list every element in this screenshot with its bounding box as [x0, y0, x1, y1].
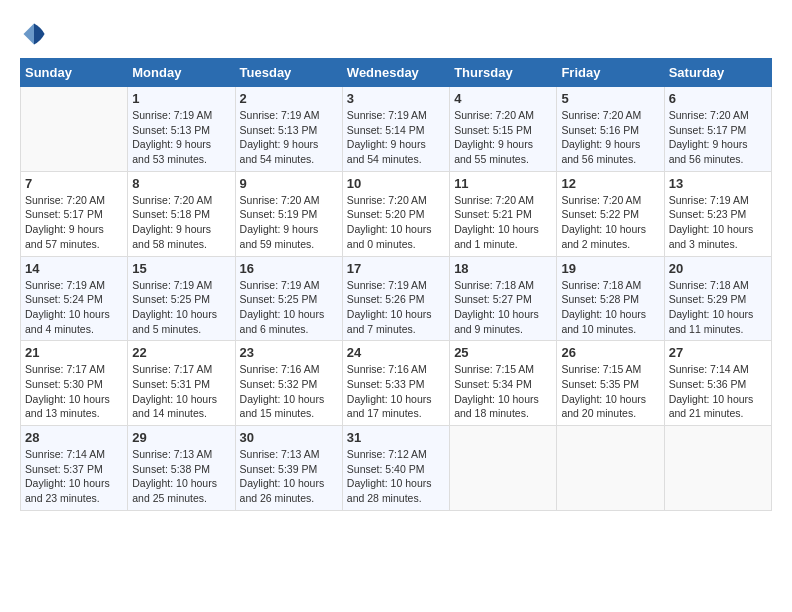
day-info: Sunrise: 7:13 AMSunset: 5:38 PMDaylight:…: [132, 447, 230, 506]
calendar-row: 21Sunrise: 7:17 AMSunset: 5:30 PMDayligh…: [21, 341, 772, 426]
day-info: Sunrise: 7:20 AMSunset: 5:22 PMDaylight:…: [561, 193, 659, 252]
calendar-cell: 24Sunrise: 7:16 AMSunset: 5:33 PMDayligh…: [342, 341, 449, 426]
calendar-cell: 17Sunrise: 7:19 AMSunset: 5:26 PMDayligh…: [342, 256, 449, 341]
calendar-cell: 5Sunrise: 7:20 AMSunset: 5:16 PMDaylight…: [557, 87, 664, 172]
day-info: Sunrise: 7:18 AMSunset: 5:29 PMDaylight:…: [669, 278, 767, 337]
day-number: 25: [454, 345, 552, 360]
day-number: 16: [240, 261, 338, 276]
day-number: 3: [347, 91, 445, 106]
day-info: Sunrise: 7:20 AMSunset: 5:20 PMDaylight:…: [347, 193, 445, 252]
day-info: Sunrise: 7:20 AMSunset: 5:19 PMDaylight:…: [240, 193, 338, 252]
day-number: 15: [132, 261, 230, 276]
day-info: Sunrise: 7:18 AMSunset: 5:27 PMDaylight:…: [454, 278, 552, 337]
day-number: 24: [347, 345, 445, 360]
day-number: 11: [454, 176, 552, 191]
calendar-cell: 18Sunrise: 7:18 AMSunset: 5:27 PMDayligh…: [450, 256, 557, 341]
day-info: Sunrise: 7:18 AMSunset: 5:28 PMDaylight:…: [561, 278, 659, 337]
day-number: 18: [454, 261, 552, 276]
day-number: 14: [25, 261, 123, 276]
day-info: Sunrise: 7:19 AMSunset: 5:23 PMDaylight:…: [669, 193, 767, 252]
calendar-cell: 4Sunrise: 7:20 AMSunset: 5:15 PMDaylight…: [450, 87, 557, 172]
calendar-cell: 12Sunrise: 7:20 AMSunset: 5:22 PMDayligh…: [557, 171, 664, 256]
day-number: 1: [132, 91, 230, 106]
day-info: Sunrise: 7:19 AMSunset: 5:25 PMDaylight:…: [132, 278, 230, 337]
calendar-row: 28Sunrise: 7:14 AMSunset: 5:37 PMDayligh…: [21, 426, 772, 511]
calendar-cell: 29Sunrise: 7:13 AMSunset: 5:38 PMDayligh…: [128, 426, 235, 511]
calendar-body: 1Sunrise: 7:19 AMSunset: 5:13 PMDaylight…: [21, 87, 772, 511]
calendar-cell: 15Sunrise: 7:19 AMSunset: 5:25 PMDayligh…: [128, 256, 235, 341]
calendar-cell: [557, 426, 664, 511]
header-row: Sunday Monday Tuesday Wednesday Thursday…: [21, 59, 772, 87]
page-header: [20, 20, 772, 48]
day-info: Sunrise: 7:15 AMSunset: 5:34 PMDaylight:…: [454, 362, 552, 421]
calendar-cell: 23Sunrise: 7:16 AMSunset: 5:32 PMDayligh…: [235, 341, 342, 426]
day-info: Sunrise: 7:14 AMSunset: 5:37 PMDaylight:…: [25, 447, 123, 506]
day-number: 20: [669, 261, 767, 276]
col-saturday: Saturday: [664, 59, 771, 87]
day-number: 13: [669, 176, 767, 191]
calendar-cell: 28Sunrise: 7:14 AMSunset: 5:37 PMDayligh…: [21, 426, 128, 511]
calendar-cell: 2Sunrise: 7:19 AMSunset: 5:13 PMDaylight…: [235, 87, 342, 172]
col-monday: Monday: [128, 59, 235, 87]
day-number: 23: [240, 345, 338, 360]
day-number: 28: [25, 430, 123, 445]
day-info: Sunrise: 7:19 AMSunset: 5:13 PMDaylight:…: [240, 108, 338, 167]
day-info: Sunrise: 7:17 AMSunset: 5:30 PMDaylight:…: [25, 362, 123, 421]
day-number: 22: [132, 345, 230, 360]
day-info: Sunrise: 7:13 AMSunset: 5:39 PMDaylight:…: [240, 447, 338, 506]
logo-icon: [20, 20, 48, 48]
col-friday: Friday: [557, 59, 664, 87]
day-info: Sunrise: 7:20 AMSunset: 5:16 PMDaylight:…: [561, 108, 659, 167]
col-thursday: Thursday: [450, 59, 557, 87]
calendar-row: 1Sunrise: 7:19 AMSunset: 5:13 PMDaylight…: [21, 87, 772, 172]
calendar-cell: 25Sunrise: 7:15 AMSunset: 5:34 PMDayligh…: [450, 341, 557, 426]
day-info: Sunrise: 7:16 AMSunset: 5:32 PMDaylight:…: [240, 362, 338, 421]
day-number: 21: [25, 345, 123, 360]
calendar-header: Sunday Monday Tuesday Wednesday Thursday…: [21, 59, 772, 87]
day-info: Sunrise: 7:20 AMSunset: 5:17 PMDaylight:…: [669, 108, 767, 167]
calendar-cell: 1Sunrise: 7:19 AMSunset: 5:13 PMDaylight…: [128, 87, 235, 172]
col-sunday: Sunday: [21, 59, 128, 87]
day-number: 7: [25, 176, 123, 191]
calendar-cell: 27Sunrise: 7:14 AMSunset: 5:36 PMDayligh…: [664, 341, 771, 426]
day-number: 4: [454, 91, 552, 106]
day-number: 19: [561, 261, 659, 276]
calendar-cell: 31Sunrise: 7:12 AMSunset: 5:40 PMDayligh…: [342, 426, 449, 511]
day-number: 17: [347, 261, 445, 276]
col-tuesday: Tuesday: [235, 59, 342, 87]
calendar-cell: 8Sunrise: 7:20 AMSunset: 5:18 PMDaylight…: [128, 171, 235, 256]
calendar-cell: [21, 87, 128, 172]
day-info: Sunrise: 7:20 AMSunset: 5:17 PMDaylight:…: [25, 193, 123, 252]
day-info: Sunrise: 7:19 AMSunset: 5:25 PMDaylight:…: [240, 278, 338, 337]
day-info: Sunrise: 7:19 AMSunset: 5:26 PMDaylight:…: [347, 278, 445, 337]
day-info: Sunrise: 7:19 AMSunset: 5:14 PMDaylight:…: [347, 108, 445, 167]
day-number: 6: [669, 91, 767, 106]
calendar-cell: 11Sunrise: 7:20 AMSunset: 5:21 PMDayligh…: [450, 171, 557, 256]
day-number: 26: [561, 345, 659, 360]
day-number: 10: [347, 176, 445, 191]
calendar-cell: 30Sunrise: 7:13 AMSunset: 5:39 PMDayligh…: [235, 426, 342, 511]
calendar-cell: [450, 426, 557, 511]
calendar-row: 7Sunrise: 7:20 AMSunset: 5:17 PMDaylight…: [21, 171, 772, 256]
calendar-cell: 3Sunrise: 7:19 AMSunset: 5:14 PMDaylight…: [342, 87, 449, 172]
calendar-cell: 16Sunrise: 7:19 AMSunset: 5:25 PMDayligh…: [235, 256, 342, 341]
day-number: 2: [240, 91, 338, 106]
calendar-cell: 10Sunrise: 7:20 AMSunset: 5:20 PMDayligh…: [342, 171, 449, 256]
calendar-table: Sunday Monday Tuesday Wednesday Thursday…: [20, 58, 772, 511]
day-info: Sunrise: 7:19 AMSunset: 5:13 PMDaylight:…: [132, 108, 230, 167]
day-info: Sunrise: 7:20 AMSunset: 5:18 PMDaylight:…: [132, 193, 230, 252]
day-info: Sunrise: 7:16 AMSunset: 5:33 PMDaylight:…: [347, 362, 445, 421]
calendar-cell: 26Sunrise: 7:15 AMSunset: 5:35 PMDayligh…: [557, 341, 664, 426]
day-info: Sunrise: 7:15 AMSunset: 5:35 PMDaylight:…: [561, 362, 659, 421]
calendar-cell: 9Sunrise: 7:20 AMSunset: 5:19 PMDaylight…: [235, 171, 342, 256]
day-info: Sunrise: 7:17 AMSunset: 5:31 PMDaylight:…: [132, 362, 230, 421]
day-info: Sunrise: 7:14 AMSunset: 5:36 PMDaylight:…: [669, 362, 767, 421]
calendar-cell: 19Sunrise: 7:18 AMSunset: 5:28 PMDayligh…: [557, 256, 664, 341]
day-info: Sunrise: 7:12 AMSunset: 5:40 PMDaylight:…: [347, 447, 445, 506]
day-info: Sunrise: 7:19 AMSunset: 5:24 PMDaylight:…: [25, 278, 123, 337]
day-number: 27: [669, 345, 767, 360]
day-number: 30: [240, 430, 338, 445]
day-number: 8: [132, 176, 230, 191]
logo: [20, 20, 50, 48]
calendar-cell: 7Sunrise: 7:20 AMSunset: 5:17 PMDaylight…: [21, 171, 128, 256]
